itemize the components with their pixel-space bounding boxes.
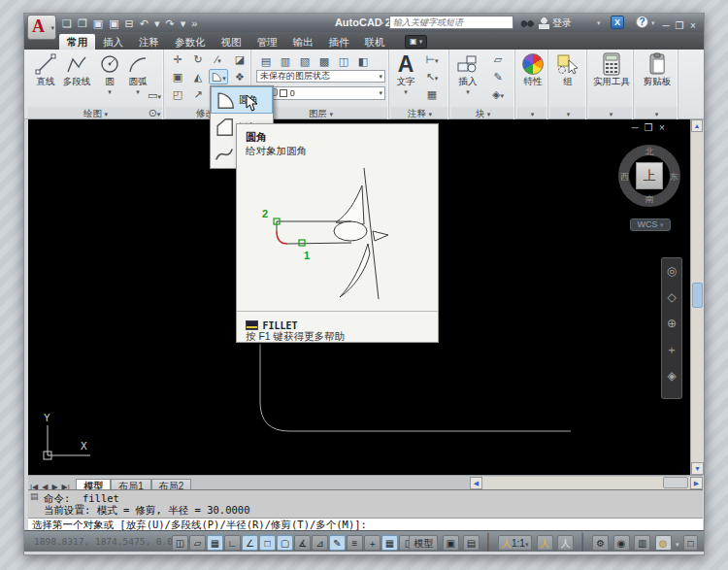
layer-state-dropdown[interactable]: 未保存的图层状态▾ (256, 70, 385, 83)
osnap3d-toggle[interactable]: ▢ (277, 535, 293, 551)
line-button[interactable]: 直线 (30, 52, 61, 88)
layer-properties-icon[interactable]: ▤ (256, 53, 276, 69)
layer-prev-icon[interactable]: ▧ (295, 53, 314, 69)
panel-groups-label[interactable]: ▾ (550, 107, 586, 119)
clean-screen-icon[interactable]: □ (683, 535, 698, 551)
panel-block-label[interactable]: 块 ▾ (451, 107, 514, 119)
signin-button[interactable]: 登录 (552, 17, 572, 30)
move-icon[interactable]: ✛ (168, 51, 187, 67)
polyline-button[interactable]: 多段线 (61, 52, 92, 88)
restore-icon[interactable]: ❐ (673, 19, 686, 33)
help-icon[interactable]: ? (636, 16, 648, 28)
save-as-icon[interactable]: ▣ (106, 15, 121, 32)
transparency-toggle[interactable]: ＋ (364, 535, 381, 551)
insert-block-button[interactable]: 插入▾ (453, 52, 482, 96)
undo-icon[interactable]: ↶ (137, 15, 151, 32)
trim-icon[interactable]: ∕▾ (209, 51, 228, 67)
status-menu-dropdown-icon[interactable]: ▾ (676, 541, 679, 548)
rectangle-icon[interactable]: ▭▾ (145, 87, 164, 103)
record-button[interactable]: ▣ ▾ (405, 35, 427, 49)
properties-button[interactable]: 特性 (518, 52, 547, 88)
new-file-icon[interactable]: ❏ (59, 15, 75, 32)
ellipse-icon[interactable]: ⊙▾ (145, 105, 164, 120)
toolbar-lock-icon[interactable]: ◉ (613, 535, 630, 551)
panel-properties-label[interactable]: ▾ (517, 107, 547, 119)
circle-button[interactable]: 圆▾ (94, 52, 125, 96)
quick-view-drawings-icon[interactable]: ▤ (463, 535, 480, 551)
application-menu-button[interactable]: A ▾ (27, 15, 56, 40)
dyn-toggle[interactable]: ✎ (329, 535, 346, 551)
exchange-apps-icon[interactable]: X (611, 16, 624, 29)
block-define-attr-icon[interactable]: ✎ (488, 69, 508, 84)
layer-off-icon[interactable]: ◧ (353, 53, 373, 69)
snap-toggle[interactable]: ◫ (172, 535, 188, 551)
workspace-switching-icon[interactable]: ⚙ (592, 535, 609, 551)
status-tray-icon[interactable]: ▥ (634, 535, 650, 551)
minimize-icon[interactable]: ─ (659, 19, 673, 33)
scroll-right-icon[interactable]: ▶ (690, 477, 703, 489)
hardware-acceleration-icon[interactable]: ◍ (655, 535, 672, 551)
dropdown-item-fillet[interactable]: 圆角 (211, 86, 273, 114)
search-icon[interactable] (519, 18, 535, 28)
clipboard-button[interactable]: 剪贴板 (637, 52, 678, 88)
dimension-icon[interactable]: ⊢▾ (422, 51, 442, 67)
layer-isolate-icon[interactable]: ▩ (314, 53, 334, 69)
lineweight-toggle[interactable]: ≡ (347, 535, 363, 551)
panel-clipboard-label[interactable]: ▾ (636, 107, 678, 119)
text-button[interactable]: A 文字▾ (393, 52, 418, 96)
command-input-line[interactable]: 选择第一个对象或 [放弃(U)/多段线(P)/半径(R)/修剪(T)/多个(M)… (28, 518, 703, 531)
command-window-grip-icon[interactable]: ▤ (30, 491, 39, 501)
otrack-toggle[interactable]: ∡ (294, 535, 311, 551)
undo-dropdown-icon[interactable]: ▾ (151, 15, 163, 32)
signin-dropdown-icon[interactable]: ▾ (597, 19, 601, 27)
horizontal-scroll-thumb[interactable] (663, 477, 688, 488)
leader-icon[interactable]: ↖▾ (422, 69, 442, 84)
group-button[interactable]: 组 (553, 52, 582, 88)
customize-qat-icon[interactable]: » (188, 15, 200, 32)
horizontal-scrollbar[interactable] (482, 477, 690, 489)
mirror-icon[interactable]: ◭ (188, 69, 208, 84)
redo-icon[interactable]: ↷ (163, 15, 178, 32)
copy-icon[interactable]: ▣ (168, 69, 187, 84)
autoscale-icon[interactable]: 人 (557, 535, 574, 551)
panel-utilities-label[interactable]: ▾ (589, 107, 633, 119)
table-icon[interactable]: ▦ (422, 86, 442, 102)
fillet-split-button[interactable]: ▾ (209, 69, 228, 84)
panel-annotate-label[interactable]: 注释 ▾ (391, 107, 448, 119)
annotation-visibility-icon[interactable]: 人 (537, 535, 553, 551)
save-icon[interactable]: ▣ (90, 15, 106, 32)
search-expand-icon[interactable]: ▸ (380, 17, 384, 27)
rotate-icon[interactable]: ↻ (188, 51, 208, 67)
scroll-left-icon[interactable]: ◀ (470, 477, 482, 489)
layer-dropdown[interactable]: ☀ 0 ▾ (256, 86, 385, 100)
redo-dropdown-icon[interactable]: ▾ (178, 15, 189, 32)
hatch-edit-icon[interactable]: ❖ (230, 69, 249, 84)
layer-match-icon[interactable]: ▥ (276, 53, 295, 69)
block-attributes-icon[interactable]: ◈▾ (488, 86, 508, 102)
open-file-icon[interactable]: ❐ (75, 15, 90, 32)
plot-icon[interactable]: ⊟ (122, 15, 137, 32)
layer-freeze-icon[interactable]: ◫ (334, 53, 353, 69)
polar-toggle[interactable]: ∠ (242, 535, 258, 551)
infocenter-search-input[interactable] (389, 16, 513, 29)
erase-icon[interactable]: ◪ (230, 51, 249, 67)
utilities-button[interactable]: 实用工具 (590, 52, 633, 88)
close-icon[interactable]: × (686, 19, 700, 33)
scale-icon[interactable]: ↗ (188, 86, 208, 102)
infer-toggle[interactable]: ▱ (189, 535, 206, 551)
help-dropdown-icon[interactable]: ▾ (651, 19, 655, 27)
annotation-scale-button[interactable]: 人1:1▾ (498, 535, 532, 551)
quick-view-layouts-icon[interactable]: ▣ (443, 535, 459, 551)
quick-properties-toggle[interactable]: ▦ (381, 535, 398, 551)
panel-draw-label[interactable]: 绘图 ▾ (28, 107, 163, 119)
vertical-scrollbar[interactable]: ▲ ▼ (690, 119, 703, 475)
scroll-up-icon[interactable]: ▲ (691, 119, 703, 132)
model-space-button[interactable]: 模型 (409, 535, 438, 551)
stretch-icon[interactable]: ◰ (168, 86, 187, 102)
ortho-toggle[interactable]: ∟ (224, 535, 241, 551)
ducs-toggle[interactable]: ⊿ (312, 535, 328, 551)
grid-toggle[interactable]: ▦ (207, 535, 223, 551)
block-edit-icon[interactable]: ▱ (488, 51, 508, 67)
vertical-scroll-thumb[interactable] (692, 283, 703, 308)
osnap-toggle[interactable]: □ (259, 535, 276, 551)
